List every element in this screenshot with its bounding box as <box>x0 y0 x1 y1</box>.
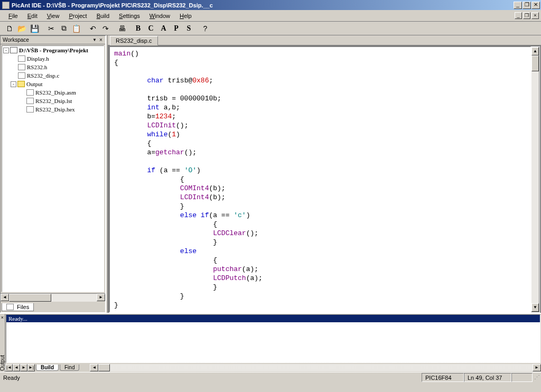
titlebar-text: PicAnt IDE - D:\VŠB - Programy\Projekt P… <box>12 2 514 8</box>
file-icon <box>18 64 25 70</box>
cut-icon[interactable]: ✂ <box>45 23 57 34</box>
tree-file[interactable]: RS232_disp.c <box>27 72 59 79</box>
workspace-tree[interactable]: -D:\VŠB - Programy\Projekt Display.h RS2… <box>2 45 104 292</box>
tree-file[interactable]: RS232.h <box>27 64 47 70</box>
open-icon[interactable]: 📂 <box>16 23 28 34</box>
scroll-up-icon[interactable]: ▲ <box>531 47 539 55</box>
tree-file[interactable]: RS232_Dsip.asm <box>35 89 76 96</box>
workspace-panel: Workspace ▼ × -D:\VŠB - Programy\Projekt… <box>0 35 106 313</box>
file-icon <box>18 72 25 79</box>
file-icon <box>26 106 34 113</box>
scroll-thumb[interactable] <box>9 294 51 302</box>
tree-root[interactable]: D:\VŠB - Programy\Projekt <box>19 47 88 53</box>
status-ready: Ready <box>0 375 422 381</box>
mdi-restore[interactable]: ❐ <box>523 12 530 19</box>
status-position: Ln 49, Col 37 <box>464 373 511 382</box>
tree-folder[interactable]: Output <box>26 81 43 87</box>
tree-file[interactable]: Display.h <box>27 55 49 62</box>
workspace-files-tab[interactable]: Files <box>2 303 34 311</box>
undo-icon[interactable]: ↶ <box>87 23 99 34</box>
paste-icon[interactable]: 📋 <box>70 23 82 34</box>
print-icon[interactable]: 🖶 <box>116 23 128 34</box>
code-editor[interactable]: main() { char trisb@0x86; trisb = 000000… <box>109 46 531 312</box>
menu-settings[interactable]: Settings <box>115 12 144 20</box>
editor-vscroll[interactable]: ▲ ▼ <box>531 46 539 312</box>
editor-area: RS232_disp.c main() { char trisb@0x86; t… <box>108 35 541 313</box>
output-tab-find[interactable]: Find <box>60 365 79 371</box>
build-s-icon[interactable]: S <box>183 23 195 34</box>
mdi-minimize[interactable]: _ <box>515 12 522 19</box>
menu-file[interactable]: File <box>4 12 22 20</box>
save-icon[interactable]: 💾 <box>29 23 41 34</box>
file-icon <box>26 89 34 96</box>
workspace-header: Workspace ▼ × <box>1 36 105 44</box>
output-label: Output <box>0 355 5 371</box>
output-close-icon[interactable]: × <box>1 315 4 320</box>
menu-window[interactable]: Window <box>145 12 174 20</box>
scroll-down-icon[interactable]: ▼ <box>531 303 539 312</box>
scroll-thumb[interactable] <box>98 364 110 371</box>
status-device: PIC16F84 <box>422 373 464 382</box>
scroll-left-icon[interactable]: ◄ <box>90 364 98 371</box>
maximize-button[interactable]: ❐ <box>523 2 531 9</box>
out-nav-prev-icon[interactable]: ◄ <box>13 364 20 371</box>
tree-file[interactable]: RS232_Dsip.lst <box>35 98 72 104</box>
menu-build[interactable]: Build <box>92 12 114 20</box>
file-icon <box>18 55 25 62</box>
new-icon[interactable]: 🗋 <box>3 23 15 34</box>
tree-toggle-icon[interactable]: - <box>3 48 9 53</box>
file-icon <box>26 98 34 104</box>
tree-file[interactable]: RS232_Dsip.hex <box>35 106 75 113</box>
scroll-right-icon[interactable]: ► <box>533 364 541 371</box>
tree-toggle-icon[interactable]: - <box>11 81 16 87</box>
output-ready-line: Ready... <box>6 315 540 322</box>
workspace-hscroll[interactable]: ◄ ► <box>1 293 105 302</box>
status-empty <box>511 373 533 382</box>
menu-edit[interactable]: Edit <box>23 12 42 20</box>
build-c-icon[interactable]: C <box>145 23 157 34</box>
output-tab-build[interactable]: Build <box>36 365 59 371</box>
workspace-title: Workspace <box>3 37 29 43</box>
app-icon <box>2 2 10 9</box>
scroll-right-icon[interactable]: ► <box>97 294 105 301</box>
scroll-left-icon[interactable]: ◄ <box>1 294 9 301</box>
project-icon <box>10 47 17 53</box>
file-icon <box>6 304 14 310</box>
copy-icon[interactable]: ⧉ <box>58 23 70 34</box>
statusbar: Ready PIC16F84 Ln 49, Col 37 ⋰ <box>0 372 541 382</box>
folder-icon <box>17 81 25 87</box>
minimize-button[interactable]: _ <box>514 2 522 9</box>
workspace-close-icon[interactable]: × <box>98 37 104 43</box>
menu-view[interactable]: View <box>43 12 64 20</box>
menu-project[interactable]: Project <box>64 12 91 20</box>
out-nav-last-icon[interactable]: ►| <box>27 364 35 371</box>
toolbar: 🗋 📂 💾 ✂ ⧉ 📋 ↶ ↷ 🖶 B C A P S ? <box>0 22 541 35</box>
out-nav-next-icon[interactable]: ► <box>20 364 27 371</box>
build-p-icon[interactable]: P <box>170 23 182 34</box>
resize-grip-icon[interactable]: ⋰ <box>533 374 541 381</box>
titlebar: PicAnt IDE - D:\VŠB - Programy\Projekt P… <box>0 0 541 10</box>
mdi-close[interactable]: × <box>531 12 539 19</box>
build-a-icon[interactable]: A <box>157 23 170 34</box>
scroll-thumb[interactable] <box>531 55 539 71</box>
editor-tab[interactable]: RS232_disp.c <box>110 36 158 45</box>
build-b-icon[interactable]: B <box>132 23 144 34</box>
workspace-dropdown-icon[interactable]: ▼ <box>92 38 97 42</box>
redo-icon[interactable]: ↷ <box>99 23 111 34</box>
out-nav-first-icon[interactable]: |◄ <box>5 364 13 371</box>
close-button[interactable]: ✕ <box>531 2 540 9</box>
output-text[interactable]: Ready... <box>6 314 540 363</box>
menubar: File Edit View Project Build Settings Wi… <box>0 10 541 22</box>
menu-help[interactable]: Help <box>175 12 196 20</box>
output-panel: × Output Ready... |◄ ◄ ► ►| Build Find ◄… <box>0 313 541 372</box>
help-icon[interactable]: ? <box>199 23 211 34</box>
